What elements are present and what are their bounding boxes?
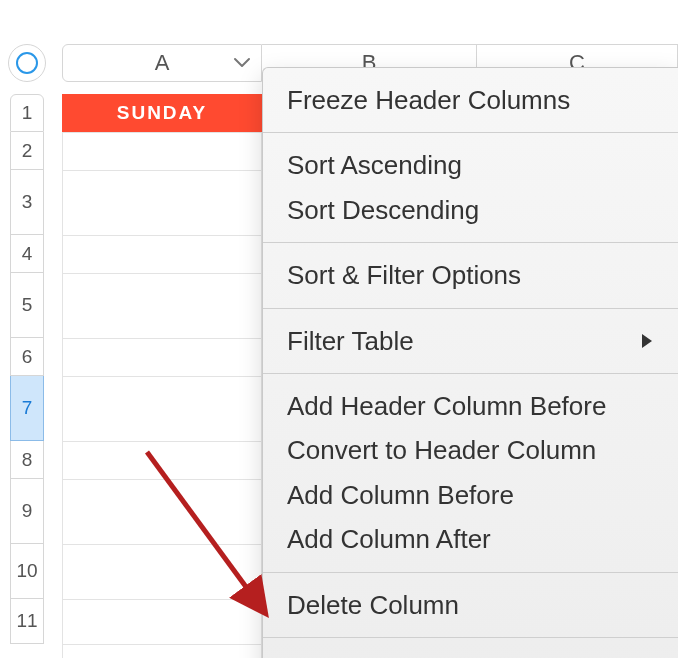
menu-item-label: Delete Column [287,587,459,623]
day-header-sunday: SUNDAY [62,94,262,132]
column-header-label: A [155,50,170,76]
row-header-label: 8 [22,449,33,471]
menu-item-label: Hide Column [287,652,437,658]
row-header[interactable]: 10 [10,544,44,599]
row-header-label: 11 [16,610,37,632]
menu-item[interactable]: Freeze Header Columns [263,68,678,132]
row-header[interactable]: 4 [10,235,44,273]
circle-icon [16,52,38,74]
chevron-down-icon[interactable] [233,57,251,69]
menu-group: Freeze Header Columns [263,68,678,132]
row-header-label: 7 [22,397,33,419]
row-header-label: 9 [22,500,33,522]
menu-item[interactable]: Add Column After [263,517,678,571]
row-header[interactable]: 9 [10,479,44,544]
row-header-label: 4 [22,243,33,265]
menu-item[interactable]: Hide Column [263,638,678,658]
menu-item-label: Add Column After [287,521,491,557]
grid-left-border [62,94,63,658]
menu-item-label: Convert to Header Column [287,432,596,468]
row-header-label: 3 [22,191,33,213]
column-header-a[interactable]: A [62,44,262,82]
menu-item-label: Freeze Header Columns [287,82,570,118]
menu-item[interactable]: Sort & Filter Options [263,243,678,307]
menu-item[interactable]: Sort Ascending [263,133,678,187]
row-header[interactable]: 3 [10,170,44,235]
menu-item[interactable]: Add Column Before [263,473,678,517]
row-headers: 1234567891011 [10,94,44,644]
menu-group: Sort AscendingSort Descending [263,132,678,242]
menu-item-label: Sort & Filter Options [287,257,521,293]
row-header[interactable]: 2 [10,132,44,170]
menu-item-label: Add Column Before [287,477,514,513]
menu-item[interactable]: Sort Descending [263,188,678,242]
row-header[interactable]: 11 [10,599,44,644]
menu-item-label: Add Header Column Before [287,388,606,424]
table-corner-handle[interactable] [8,44,46,82]
row-header[interactable]: 8 [10,441,44,479]
menu-item-label: Sort Ascending [287,147,462,183]
row-header-label: 10 [16,560,37,582]
banner-label: SUNDAY [117,102,208,124]
menu-item-label: Filter Table [287,323,414,359]
row-header-label: 2 [22,140,33,162]
row-header[interactable]: 1 [10,94,44,132]
menu-group: Hide Column [263,637,678,658]
row-header[interactable]: 7 [10,376,44,441]
menu-item[interactable]: Add Header Column Before [263,374,678,428]
row-header-label: 5 [22,294,33,316]
row-header-label: 1 [22,102,33,124]
row-header[interactable]: 6 [10,338,44,376]
menu-group: Sort & Filter Options [263,242,678,307]
menu-item[interactable]: Delete Column [263,573,678,637]
menu-item[interactable]: Filter Table [263,309,678,373]
menu-item[interactable]: Convert to Header Column [263,428,678,472]
row-header-label: 6 [22,346,33,368]
submenu-arrow-icon [640,332,654,350]
menu-group: Delete Column [263,572,678,637]
row-header[interactable]: 5 [10,273,44,338]
menu-group: Filter Table [263,308,678,373]
menu-group: Add Header Column BeforeConvert to Heade… [263,373,678,572]
column-context-menu: Freeze Header ColumnsSort AscendingSort … [262,67,678,658]
menu-item-label: Sort Descending [287,192,479,228]
